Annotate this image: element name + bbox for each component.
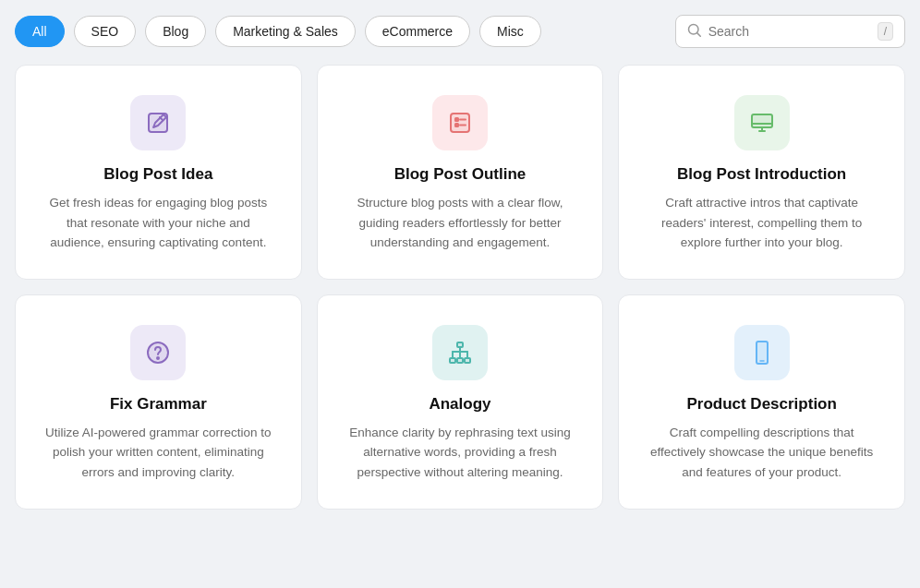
- card-desc-product-description: Craft compelling descriptions that effec…: [641, 423, 882, 483]
- filter-btn-all[interactable]: All: [15, 16, 65, 47]
- card-desc-blog-post-outline: Structure blog posts with a clear flow, …: [340, 193, 581, 253]
- card-icon-wrap-blog-post-idea: [130, 95, 186, 150]
- card-blog-post-outline[interactable]: Blog Post Outline Structure blog posts w…: [317, 65, 604, 280]
- card-icon-wrap-blog-post-outline: [432, 95, 488, 150]
- filter-btn-blog[interactable]: Blog: [145, 16, 206, 47]
- card-icon-wrap-fix-grammar: [130, 325, 186, 380]
- card-title-blog-post-idea: Blog Post Idea: [103, 165, 212, 184]
- filter-btn-marketing-&-sales[interactable]: Marketing & Sales: [215, 16, 356, 47]
- card-desc-blog-post-idea: Get fresh ideas for engaging blog posts …: [38, 193, 279, 253]
- svg-rect-9: [752, 114, 772, 127]
- card-blog-post-introduction[interactable]: Blog Post Introduction Craft attractive …: [618, 65, 905, 280]
- card-desc-fix-grammar: Utilize AI-powered grammar correction to…: [38, 423, 279, 483]
- card-title-product-description: Product Description: [686, 395, 836, 414]
- filter-bar: AllSEOBlogMarketing & SaleseCommerceMisc…: [15, 15, 905, 48]
- card-desc-blog-post-introduction: Craft attractive intros that captivate r…: [641, 193, 882, 253]
- svg-rect-7: [455, 124, 458, 126]
- card-analogy[interactable]: Analogy Enhance clarity by rephrasing te…: [317, 294, 604, 510]
- cards-grid: Blog Post Idea Get fresh ideas for engag…: [15, 65, 905, 510]
- card-icon-wrap-product-description: [734, 325, 790, 380]
- search-icon: [687, 23, 701, 40]
- card-fix-grammar[interactable]: Fix Grammar Utilize AI-powered grammar c…: [15, 294, 302, 510]
- card-icon-wrap-blog-post-introduction: [734, 95, 790, 150]
- card-icon-wrap-analogy: [432, 325, 488, 380]
- filter-btn-seo[interactable]: SEO: [74, 16, 137, 47]
- svg-point-14: [157, 357, 159, 359]
- card-blog-post-idea[interactable]: Blog Post Idea Get fresh ideas for engag…: [15, 65, 302, 280]
- svg-line-1: [697, 33, 700, 36]
- search-input[interactable]: [708, 24, 870, 39]
- filter-btn-ecommerce[interactable]: eCommerce: [365, 16, 470, 47]
- card-title-blog-post-introduction: Blog Post Introduction: [677, 165, 846, 184]
- card-title-fix-grammar: Fix Grammar: [110, 395, 207, 414]
- svg-rect-4: [451, 114, 469, 132]
- search-shortcut: /: [878, 22, 893, 41]
- card-product-description[interactable]: Product Description Craft compelling des…: [618, 294, 905, 510]
- card-title-blog-post-outline: Blog Post Outline: [394, 165, 527, 184]
- filter-btn-misc[interactable]: Misc: [479, 16, 541, 47]
- svg-rect-5: [455, 118, 458, 121]
- card-title-analogy: Analogy: [429, 395, 490, 414]
- card-desc-analogy: Enhance clarity by rephrasing text using…: [340, 423, 581, 483]
- search-box: /: [675, 15, 905, 48]
